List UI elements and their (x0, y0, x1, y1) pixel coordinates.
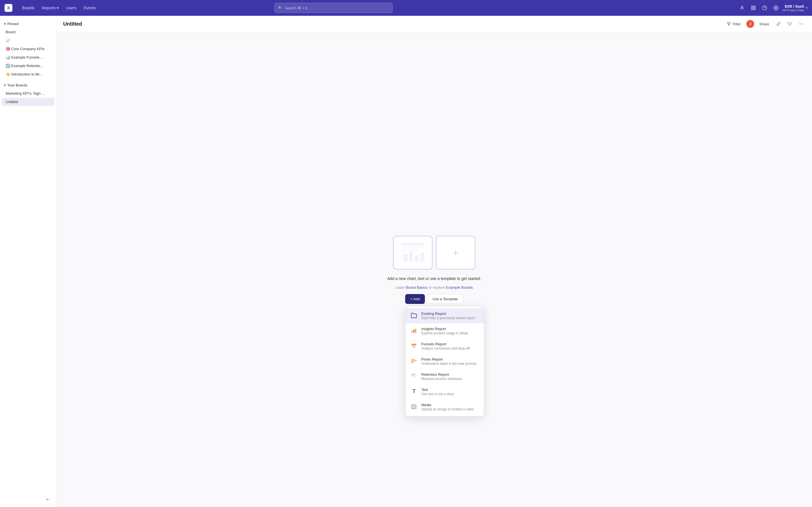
svg-rect-35 (413, 374, 414, 375)
svg-point-10 (801, 24, 802, 24)
empty-sub: Learn Board Basics or explore Example Bo… (396, 285, 473, 290)
nav-events[interactable]: Events (81, 4, 99, 12)
svg-rect-18 (420, 252, 424, 262)
svg-rect-12 (401, 242, 424, 246)
sidebar-item-core-kpis[interactable]: 🎯 Core Company KPIs (2, 45, 54, 53)
svg-rect-13 (401, 247, 424, 248)
cta-buttons: + Add Use a Template Existing Report Sta… (405, 294, 463, 304)
link-icon (776, 22, 780, 26)
media-icon (410, 403, 418, 411)
chevron-down-icon: ▾ (4, 83, 6, 87)
example-boards-link[interactable]: Example Boards (446, 285, 473, 290)
svg-rect-2 (754, 6, 755, 7)
more-icon (799, 22, 803, 26)
dropdown-item-funnels-report[interactable]: Funnels Report Analyze conversion and dr… (405, 339, 484, 354)
insights-icon (410, 327, 418, 335)
svg-rect-14 (401, 249, 418, 250)
use-template-button[interactable]: Use a Template (427, 294, 463, 304)
nav-boards[interactable]: Boards (19, 4, 37, 12)
your-boards-section-header[interactable]: ▾ Your Boards (0, 82, 56, 89)
page-header: Untitled Filter J Share (56, 16, 812, 33)
svg-rect-16 (409, 251, 413, 262)
dropdown-item-flows-report[interactable]: Flows Report Understand steps in the use… (405, 354, 484, 369)
svg-rect-34 (411, 374, 412, 375)
folder-icon (410, 312, 418, 320)
svg-rect-42 (414, 376, 415, 378)
svg-point-44 (413, 405, 414, 406)
sidebar-item-example-insights[interactable]: 📈 (2, 36, 54, 45)
app-body: ▾ Pinned Board 📈 🎯 Core Company KPIs 📊 E… (0, 16, 812, 507)
nav-reports[interactable]: Reports ▾ (39, 4, 61, 12)
dropdown-item-media[interactable]: Media Upload an image or embed a video (405, 399, 484, 414)
svg-point-9 (799, 24, 800, 24)
svg-rect-1 (751, 6, 753, 7)
nav-right: B2B / SaaS All Project Data ▾ (738, 3, 808, 12)
svg-rect-41 (413, 376, 414, 378)
flows-icon (410, 357, 418, 365)
svg-line-33 (414, 360, 415, 361)
sidebar-item-marketing-kpi[interactable]: Marketing KPI's: Sign ... (2, 89, 54, 98)
grid-icon-btn[interactable] (749, 3, 758, 12)
collapse-sidebar-btn[interactable]: ⇤ (44, 495, 52, 504)
add-button[interactable]: + Add (405, 294, 425, 304)
chevron-down-icon: ▾ (57, 6, 59, 10)
chevron-down-icon: ▾ (806, 6, 808, 10)
help-icon-btn[interactable] (760, 3, 769, 12)
sidebar-item-intro[interactable]: 👋 Introduction to Mi... (2, 70, 54, 78)
nav-users[interactable]: Users (63, 4, 79, 12)
favorite-icon-btn[interactable] (785, 20, 794, 28)
sidebar-item-example-funnels[interactable]: 📊 Example Funnels ... (2, 53, 54, 61)
empty-illustrations: ＋ (393, 236, 475, 270)
logo[interactable]: X (4, 4, 12, 12)
svg-rect-3 (751, 8, 753, 10)
svg-rect-27 (411, 362, 413, 363)
main-content: Untitled Filter J Share (56, 16, 812, 507)
svg-rect-15 (403, 254, 407, 262)
svg-rect-28 (413, 359, 414, 360)
svg-point-0 (741, 6, 743, 8)
avatar: J (746, 20, 754, 28)
svg-rect-30 (415, 360, 417, 361)
share-button[interactable]: Share (757, 20, 771, 28)
board-basics-link[interactable]: Board Basics (406, 285, 428, 290)
dropdown-item-insights-report[interactable]: Insights Report Explore product usage in… (405, 323, 484, 339)
add-dropdown: Existing Report Start from a previously … (405, 306, 484, 416)
sidebar-item-example-retention[interactable]: ↩️ Example Retentio... (2, 62, 54, 70)
svg-rect-36 (414, 374, 415, 375)
svg-rect-17 (415, 256, 419, 262)
retention-icon (410, 372, 418, 380)
svg-rect-29 (413, 361, 414, 362)
svg-rect-23 (412, 345, 416, 346)
empty-title: Add a new chart, text or use a template … (387, 276, 481, 281)
heart-icon (788, 22, 792, 26)
svg-rect-24 (413, 347, 415, 348)
svg-rect-39 (414, 375, 415, 376)
svg-rect-37 (411, 375, 412, 376)
settings-icon-btn[interactable] (771, 3, 780, 12)
sidebar-item-board[interactable]: Board (2, 28, 54, 36)
svg-rect-38 (413, 375, 414, 376)
user-info[interactable]: B2B / SaaS All Project Data ▾ (783, 4, 808, 12)
search-icon: 🔍 (278, 6, 283, 10)
bar-chart-svg (400, 241, 425, 264)
chevron-down-icon: ▾ (4, 22, 6, 26)
sidebar-item-untitled[interactable]: Untitled (2, 98, 54, 106)
people-icon-btn[interactable] (738, 3, 747, 12)
add-illustration: ＋ (436, 236, 475, 270)
search-bar[interactable]: 🔍 Search ⌘ + K (274, 3, 393, 13)
link-icon-btn[interactable] (774, 20, 783, 28)
svg-rect-26 (411, 361, 413, 362)
pinned-section-header[interactable]: ▾ Pinned (0, 20, 56, 27)
svg-rect-4 (754, 8, 755, 10)
text-icon: T (410, 388, 418, 395)
dropdown-item-retention-report[interactable]: Retention Report Measure product stickin… (405, 369, 484, 384)
more-options-btn[interactable] (797, 20, 805, 28)
nav-links: Boards Reports ▾ Users Events (19, 4, 99, 12)
svg-rect-22 (411, 344, 416, 345)
filter-button[interactable]: Filter (724, 20, 744, 28)
dropdown-item-existing-report[interactable]: Existing Report Start from a previously … (405, 308, 484, 323)
svg-point-7 (775, 7, 777, 9)
board-empty-state: ＋ Add a new chart, text or use a templat… (56, 33, 812, 507)
dropdown-item-text[interactable]: T Text Use text to tell a story (405, 384, 484, 399)
topnav: X Boards Reports ▾ Users Events 🔍 Search… (0, 0, 812, 16)
